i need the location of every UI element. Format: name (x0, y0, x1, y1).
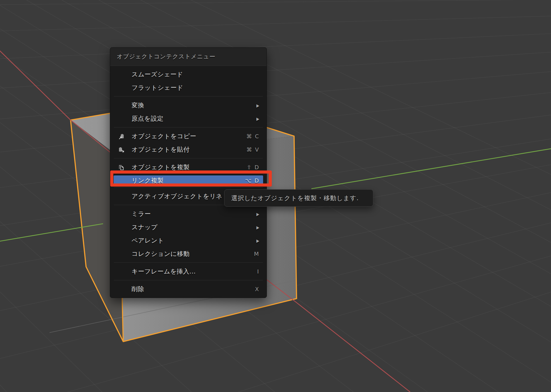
menu-item-label: オブジェクトを貼付 (132, 145, 190, 154)
menu-item-icon-placeholder (118, 238, 124, 244)
menu-separator (114, 262, 263, 263)
menu-item-shortcut: M (254, 251, 259, 257)
submenu-arrow-icon: ▶ (256, 211, 259, 216)
menu-item-shortcut: ⌘ V (246, 146, 259, 153)
menu-item-smooth-shade[interactable]: スムーズシェード (114, 68, 263, 81)
grid-line (0, 0, 551, 5)
menu-separator (114, 127, 263, 127)
menu-item-shortcut: ⇧ D (247, 164, 259, 170)
paste-icon (118, 147, 124, 153)
menu-item-icon-placeholder (118, 85, 124, 91)
menu-item-icon-placeholder (118, 193, 124, 200)
menu-item-icon-placeholder (118, 224, 124, 230)
object-context-menu: オブジェクトコンテクストメニュー スムーズシェードフラットシェード変換▶原点を設… (110, 47, 267, 298)
submenu-arrow-icon: ▶ (256, 103, 259, 108)
submenu-arrow-icon: ▶ (256, 116, 259, 121)
menu-separator (114, 158, 263, 158)
menu-item-icon-placeholder (118, 286, 124, 292)
menu-item-convert[interactable]: 変換▶ (114, 99, 263, 112)
menu-item-insert-keyframes[interactable]: キーフレームを挿入...I (114, 265, 263, 278)
menu-item-move-to-collection[interactable]: コレクションに移動M (114, 247, 263, 261)
menu-item-icon-placeholder (118, 269, 124, 275)
menu-item-set-origin[interactable]: 原点を設定▶ (114, 112, 263, 125)
menu-item-label: スムーズシェード (132, 70, 183, 79)
menu-item-label: 原点を設定 (132, 114, 163, 123)
tooltip: 選択したオブジェクトを複製・移動します. (224, 189, 373, 207)
grid-line (0, 291, 551, 392)
menu-item-shortcut: I (257, 268, 259, 275)
menu-item-label: オブジェクトをコピー (132, 132, 196, 140)
menu-item-label: リンク複製 (132, 176, 164, 185)
duplicate-icon (118, 164, 124, 170)
menu-item-icon-placeholder (118, 71, 124, 78)
menu-item-label: スナップ (132, 223, 158, 231)
menu-item-shortcut: ⌥ D (245, 177, 259, 184)
menu-item-copy-objects[interactable]: オブジェクトをコピー⌘ C (114, 130, 263, 143)
menu-item-mirror[interactable]: ミラー▶ (114, 207, 263, 221)
menu-item-snap[interactable]: スナップ▶ (114, 221, 263, 234)
menu-item-icon-placeholder (118, 102, 124, 109)
menu-item-icon-placeholder (118, 211, 124, 217)
menu-item-duplicate-linked[interactable]: リンク複製⌥ D (114, 175, 263, 185)
menu-item-label: 削除 (132, 285, 144, 293)
menu-item-delete[interactable]: 削除X (114, 282, 263, 296)
menu-item-label: アクティブオブジェクトをリネ (132, 192, 223, 200)
menu-item-paste-objects[interactable]: オブジェクトを貼付⌘ V (114, 143, 263, 156)
menu-separator (114, 280, 263, 280)
submenu-arrow-icon: ▶ (256, 225, 259, 230)
menu-item-label: キーフレームを挿入... (132, 267, 196, 276)
menu-item-label: フラットシェード (132, 84, 183, 92)
menu-item-label: オブジェクトを複製 (132, 163, 190, 171)
menu-item-label: ミラー (132, 210, 151, 218)
menu-separator (114, 187, 263, 187)
menu-item-flat-shade[interactable]: フラットシェード (114, 81, 263, 94)
menu-item-label: ペアレント (132, 236, 164, 245)
menu-separator (114, 96, 263, 97)
menu-item-shortcut: X (255, 286, 259, 292)
menu-item-icon-placeholder (118, 177, 124, 183)
grid-line (0, 33, 551, 59)
menu-item-duplicate-objects[interactable]: オブジェクトを複製⇧ D (114, 161, 263, 174)
copy-icon (118, 133, 124, 140)
submenu-arrow-icon: ▶ (256, 238, 259, 243)
menu-item-label: 変換 (132, 101, 144, 110)
grid-line (0, 71, 551, 119)
menu-item-icon-placeholder (118, 251, 124, 257)
menu-item-shortcut: ⌘ C (246, 133, 259, 140)
context-menu-title: オブジェクトコンテクストメニュー (110, 48, 267, 66)
y-axis-line (311, 148, 551, 189)
menu-item-parent[interactable]: ペアレント▶ (114, 234, 263, 247)
menu-item-icon-placeholder (118, 116, 124, 122)
grid-line (0, 16, 551, 31)
grid-line (0, 52, 551, 88)
menu-item-label: コレクションに移動 (132, 250, 190, 258)
context-menu-items: スムーズシェードフラットシェード変換▶原点を設定▶オブジェクトをコピー⌘ Cオブ… (110, 66, 267, 298)
